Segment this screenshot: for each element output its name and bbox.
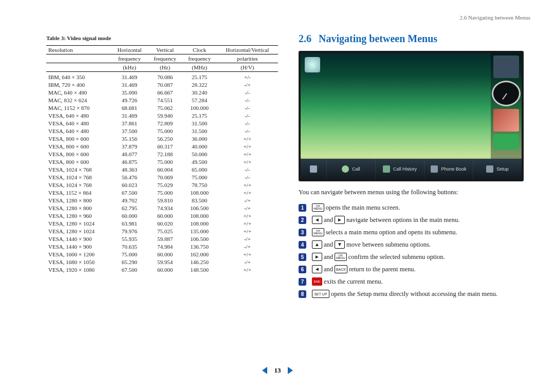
clock-icon — [492, 81, 521, 106]
home-icon — [310, 165, 317, 173]
table-row: VESA, 1152 × 86467.50075.000108.000+/+ — [46, 189, 278, 197]
step-badge: 5 — [299, 253, 306, 261]
table-row: MAC, 640 × 48035.00066.66730.240-/- — [46, 89, 278, 97]
dock-setup: Setup — [473, 159, 522, 179]
table-caption: Table 3: Video signal mode — [46, 35, 278, 41]
weather-icon — [493, 134, 519, 150]
table-row: VESA, 1280 × 96060.00060.000108.000+/+ — [46, 212, 278, 220]
table-row: MAC, 1152 × 87068.68175.062100.000-/- — [46, 104, 278, 112]
step-5: 5 ► and OKMENU confirm the selected subm… — [299, 253, 530, 261]
th-resolution: Resolution — [46, 46, 111, 54]
left-key-icon: ◄ — [312, 216, 322, 224]
dock-history: Call History — [375, 159, 424, 179]
table-row: VESA, 1024 × 76848.36360.00465.000-/- — [46, 166, 278, 174]
step-badge: 1 — [299, 204, 306, 212]
th-clock: Clock — [182, 46, 217, 54]
step-2: 2 ◄ and ► navigate between options in th… — [299, 216, 530, 224]
th-pol: Horizontal/Vertical — [217, 46, 278, 54]
step-badge: 2 — [299, 216, 306, 224]
table-row: VESA, 1600 × 120075.00060.000162.000+/+ — [46, 251, 278, 258]
history-icon — [383, 165, 390, 173]
table-row: VESA, 800 × 60048.07772.18850.000+/+ — [46, 151, 278, 158]
table-row: VESA, 640 × 48031.46959.94025.175-/- — [46, 112, 278, 120]
table-row: IBM, 640 × 35031.46970.08625.175+/- — [46, 72, 278, 81]
table-row: VESA, 1024 × 76860.02375.02978.750+/+ — [46, 181, 278, 189]
table-row: VESA, 1440 × 90055.93559.887106.500-/+ — [46, 235, 278, 243]
table-row: VESA, 640 × 48037.86172.80931.500-/- — [46, 120, 278, 127]
th-hfreq: Horizontal — [111, 46, 147, 54]
picture-icon — [493, 109, 519, 132]
end-key-icon: END — [312, 277, 322, 286]
step-4: 4 ▲ and ▼ move between submenu options. — [299, 240, 530, 249]
section-title: 2.6Navigating between Menus — [299, 33, 530, 45]
book-icon — [431, 165, 438, 173]
step-8: 8 SET UP opens the Setup menu directly w… — [299, 290, 530, 298]
section-name: Navigating between Menus — [319, 33, 437, 44]
screenshot-figure: Call Call History Phone Book Setup — [299, 51, 524, 181]
step-badge: 4 — [299, 241, 306, 249]
step-6: 6 ◄ and BACK return to the parent menu. — [299, 265, 530, 273]
table-row: VESA, 1280 × 102463.98160.020108.000+/+ — [46, 220, 278, 228]
setup-icon — [486, 165, 493, 173]
step-badge: 8 — [299, 290, 306, 298]
phone-icon — [342, 165, 349, 173]
ok-menu-key-icon: OKMENU — [335, 253, 347, 261]
table-row: VESA, 800 × 60037.87960.31740.000+/+ — [46, 143, 278, 151]
table-row: MAC, 832 × 62449.72674.55157.284-/- — [46, 97, 278, 104]
page-number: 13 — [274, 366, 281, 374]
table-row: IBM, 720 × 40031.46970.08728.322-/+ — [46, 81, 278, 89]
next-page-icon[interactable] — [288, 367, 293, 374]
left-key-icon: ◄ — [312, 265, 322, 273]
table-row: VESA, 640 × 48037.50075.00031.500-/- — [46, 127, 278, 135]
down-key-icon: ▼ — [335, 240, 345, 249]
table-row: VESA, 1440 × 90070.63574.984136.750-/+ — [46, 243, 278, 251]
back-key-icon: BACK — [335, 265, 347, 273]
th-vfreq: Vertical — [148, 46, 182, 54]
sidebar-gadgets — [491, 53, 522, 159]
steps-list: 1 OKMENU opens the main menu screen. 2 ◄… — [299, 203, 530, 298]
gadget-icon — [493, 55, 519, 78]
video-signal-table: Resolution Horizontal Vertical Clock Hor… — [46, 45, 278, 274]
section-number: 2.6 — [299, 33, 311, 44]
prev-page-icon[interactable] — [262, 367, 267, 374]
running-head: 2.6 Navigating between Menus — [460, 14, 530, 21]
table-row: VESA, 800 × 60046.87575.00049.500+/+ — [46, 158, 278, 166]
step-1: 1 OKMENU opens the main menu screen. — [299, 203, 530, 212]
menu-dock: Call Call History Phone Book Setup — [301, 159, 522, 179]
right-key-icon: ► — [312, 253, 322, 261]
up-key-icon: ▲ — [312, 240, 322, 249]
dock-call: Call — [326, 159, 375, 179]
step-badge: 3 — [299, 229, 306, 236]
ok-menu-key-icon: OKMENU — [312, 228, 324, 236]
right-key-icon: ► — [335, 216, 345, 224]
table-row: VESA, 1280 × 102479.97675.025135.000+/+ — [46, 228, 278, 235]
recycle-bin-icon — [305, 57, 320, 72]
table-row: VESA, 1280 × 80049.70259.81083.500-/+ — [46, 197, 278, 204]
setup-key-icon: SET UP — [312, 290, 329, 298]
table-row: VESA, 1024 × 76856.47670.06975.000-/- — [46, 174, 278, 181]
left-column: Table 3: Video signal mode Resolution Ho… — [46, 15, 278, 302]
table-row: VESA, 1920 × 108067.50060.000148.500+/+ — [46, 266, 278, 274]
step-3: 3 OKMENU selects a main menu option and … — [299, 228, 530, 236]
table-row: VESA, 800 × 60035.15656.25036.000+/+ — [46, 135, 278, 143]
table-row: VESA, 1680 × 105065.29059.954146.250-/+ — [46, 258, 278, 266]
ok-menu-key-icon: OKMENU — [312, 203, 324, 212]
step-badge: 6 — [299, 266, 306, 273]
right-column: 2.6Navigating between Menus Call Call Hi… — [299, 15, 530, 302]
pager: 13 — [0, 366, 555, 375]
step-badge: 7 — [299, 278, 306, 286]
intro-text: You can navigate between menus using the… — [299, 189, 530, 196]
table-row: VESA, 1280 × 80062.79574.934106.500-/+ — [46, 204, 278, 212]
dock-phonebook: Phone Book — [424, 159, 473, 179]
dock-home — [301, 159, 326, 179]
step-7: 7 END exits the current menu. — [299, 277, 530, 286]
